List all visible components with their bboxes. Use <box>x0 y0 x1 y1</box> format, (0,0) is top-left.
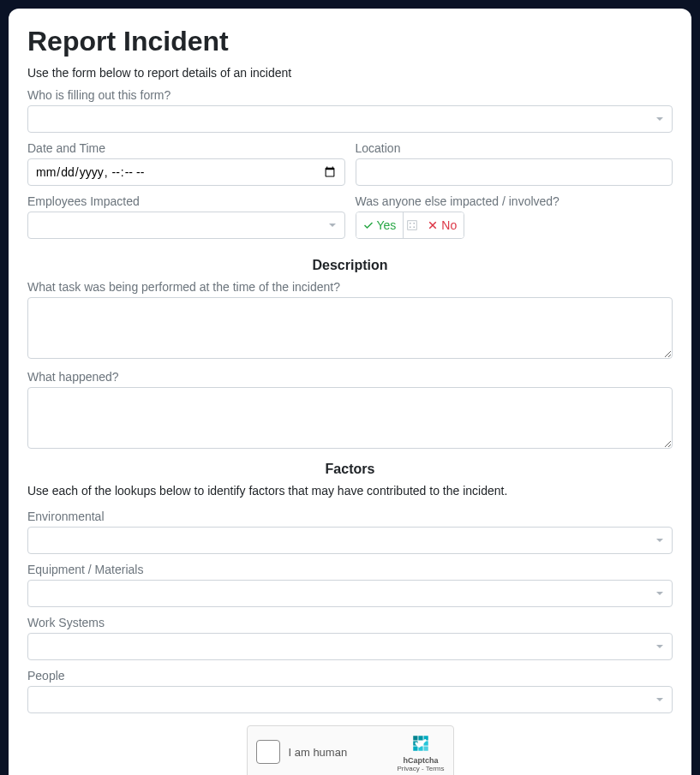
chevron-down-icon <box>656 592 663 595</box>
svg-rect-10 <box>413 746 417 750</box>
equipment-label: Equipment / Materials <box>27 563 673 576</box>
happened-textarea[interactable] <box>27 387 673 449</box>
chevron-down-icon <box>329 224 336 227</box>
no-button[interactable]: No <box>421 212 464 238</box>
task-label: What task was being performed at the tim… <box>27 280 673 294</box>
x-icon <box>428 220 438 230</box>
description-heading: Description <box>27 258 673 273</box>
equipment-select[interactable] <box>27 580 673 607</box>
form-container: Report Incident Use the form below to re… <box>9 9 691 775</box>
who-label: Who is filling out this form? <box>27 88 673 102</box>
svg-rect-5 <box>413 736 417 740</box>
yes-button[interactable]: Yes <box>356 212 404 238</box>
page-title: Report Incident <box>27 26 673 57</box>
people-label: People <box>27 669 673 683</box>
task-textarea[interactable] <box>27 297 673 359</box>
captcha-brand: hCaptcha <box>398 757 445 765</box>
who-select[interactable] <box>27 105 673 133</box>
environmental-select[interactable] <box>27 527 673 554</box>
svg-rect-0 <box>408 221 417 230</box>
captcha-checkbox[interactable] <box>256 740 280 764</box>
svg-rect-1 <box>410 223 411 224</box>
chevron-down-icon <box>656 539 663 542</box>
chevron-down-icon <box>656 117 663 121</box>
chevron-down-icon <box>656 645 663 648</box>
location-label: Location <box>356 141 673 155</box>
yes-label: Yes <box>377 218 397 232</box>
page-subtitle: Use the form below to report details of … <box>27 66 673 80</box>
svg-rect-2 <box>414 223 416 224</box>
no-label: No <box>441 218 457 232</box>
people-select[interactable] <box>27 686 673 713</box>
captcha-widget: I am human hCaptcha <box>247 725 454 775</box>
svg-rect-12 <box>424 746 428 750</box>
location-input[interactable] <box>356 158 673 186</box>
environmental-label: Environmental <box>27 510 673 523</box>
captcha-links[interactable]: Privacy - Terms <box>398 765 445 773</box>
others-impacted-radio-group: Yes No <box>356 212 465 239</box>
datetime-label: Date and Time <box>27 141 345 155</box>
happened-label: What happened? <box>27 370 673 384</box>
datetime-input[interactable] <box>27 158 345 186</box>
check-icon <box>363 220 374 230</box>
others-impacted-label: Was anyone else impacted / involved? <box>356 194 673 208</box>
svg-rect-4 <box>414 227 416 229</box>
employees-label: Employees Impacted <box>27 194 345 208</box>
factors-subtitle: Use each of the lookups below to identif… <box>27 484 673 498</box>
employees-select[interactable] <box>27 212 345 239</box>
svg-rect-3 <box>410 227 411 229</box>
work-systems-label: Work Systems <box>27 616 673 629</box>
radio-divider-icon <box>403 212 421 238</box>
factors-heading: Factors <box>27 462 673 477</box>
captcha-text: I am human <box>289 746 348 759</box>
svg-rect-6 <box>418 736 422 740</box>
hcaptcha-logo-icon <box>409 731 433 755</box>
chevron-down-icon <box>656 698 663 701</box>
work-systems-select[interactable] <box>27 633 673 660</box>
